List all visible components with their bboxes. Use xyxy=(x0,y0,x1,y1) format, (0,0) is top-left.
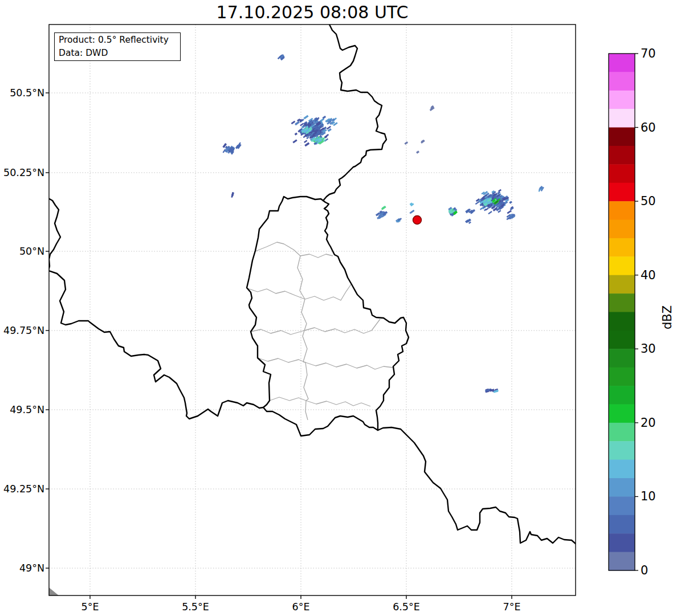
radar-site-marker xyxy=(413,216,422,225)
colorbar-tick-label: 10 xyxy=(641,489,675,503)
y-tick-label: 50.25°N xyxy=(0,166,44,179)
y-tick-label: 49.25°N xyxy=(0,483,44,495)
x-tick-label: 7°E xyxy=(486,601,537,613)
colorbar-axis-label: dBZ xyxy=(660,299,675,336)
border-belgium-france xyxy=(48,198,263,419)
colorbar-tick-label: 20 xyxy=(641,416,675,430)
x-tick-label: 6°E xyxy=(275,601,327,613)
radar-map-canvas xyxy=(0,0,685,616)
data-source-line: Data: DWD xyxy=(59,47,180,60)
product-line: Product: 0.5° Reflectivity xyxy=(59,34,180,47)
map-corner-shape xyxy=(49,588,59,595)
colorbar-tick-label: 60 xyxy=(641,121,675,134)
colorbar xyxy=(609,54,638,571)
colorbar-tick-label: 50 xyxy=(641,194,675,208)
y-tick-label: 49°N xyxy=(0,562,44,574)
radar-echoes xyxy=(222,54,544,393)
colorbar-tick-label: 30 xyxy=(641,342,675,356)
border-belgium-germany xyxy=(323,25,386,201)
y-tick-label: 50.5°N xyxy=(0,87,44,99)
national-borders xyxy=(48,25,576,544)
radar-map-page: 17.10.2025 08:08 UTC Product: 0.5° Refle… xyxy=(0,0,685,616)
plot-frame xyxy=(49,25,576,595)
y-tick-label: 50°N xyxy=(0,245,44,258)
x-tick-label: 6.5°E xyxy=(381,601,432,613)
border-france-germany xyxy=(378,427,576,544)
grid-lines xyxy=(49,25,576,595)
colorbar-tick-label: 0 xyxy=(641,564,675,577)
x-tick-label: 5°E xyxy=(64,601,116,613)
product-annotation-box: Product: 0.5° Reflectivity Data: DWD xyxy=(54,32,181,61)
colorbar-tick-label: 70 xyxy=(641,47,675,60)
colorbar-tick-label: 40 xyxy=(641,268,675,282)
y-tick-label: 49.75°N xyxy=(0,324,44,337)
y-tick-label: 49.5°N xyxy=(0,403,44,416)
x-tick-label: 5.5°E xyxy=(170,601,221,613)
